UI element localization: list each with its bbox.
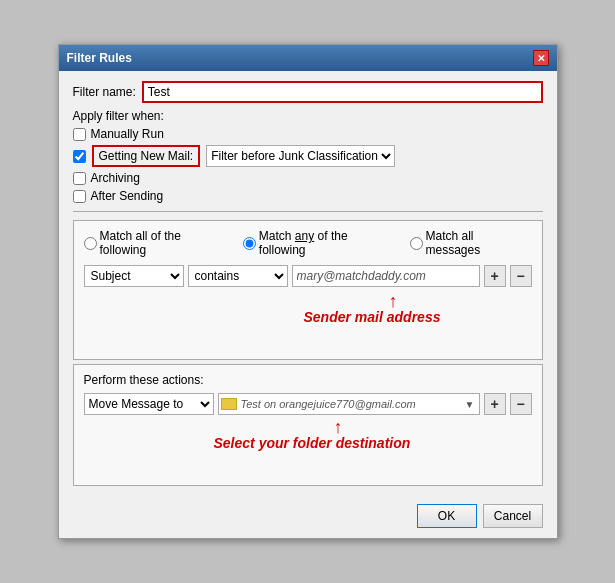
remove-condition-button[interactable]: − bbox=[510, 265, 532, 287]
remove-action-button[interactable]: − bbox=[510, 393, 532, 415]
match-messages-radio[interactable] bbox=[410, 237, 423, 250]
dialog-content: Filter name: Apply filter when: Manually… bbox=[59, 71, 557, 496]
filter-rules-dialog: Filter Rules ✕ Filter name: Apply filter… bbox=[58, 44, 558, 539]
action-select[interactable]: Move Message to Copy Message to Delete M… bbox=[84, 393, 214, 415]
folder-dropdown-arrow[interactable]: ▼ bbox=[463, 399, 477, 410]
manually-run-checkbox[interactable] bbox=[73, 128, 86, 141]
match-messages-text: Match all messages bbox=[426, 229, 532, 257]
filter-name-row: Filter name: bbox=[73, 81, 543, 103]
filter-name-label: Filter name: bbox=[73, 85, 136, 99]
match-any-label[interactable]: Match any of the following bbox=[243, 229, 398, 257]
title-bar: Filter Rules ✕ bbox=[59, 45, 557, 71]
actions-section-label: Perform these actions: bbox=[84, 373, 532, 387]
manually-run-row: Manually Run bbox=[73, 127, 543, 141]
annotation2-text: Select your folder destination bbox=[214, 435, 411, 451]
getting-new-mail-row: Getting New Mail: Filter before Junk Cla… bbox=[73, 145, 543, 167]
condition-value-input[interactable] bbox=[292, 265, 480, 287]
cancel-button[interactable]: Cancel bbox=[483, 504, 543, 528]
title-bar-controls: ✕ bbox=[533, 50, 549, 66]
after-sending-row: After Sending bbox=[73, 189, 543, 203]
actions-section: Perform these actions: Move Message to C… bbox=[73, 364, 543, 486]
folder-icon bbox=[221, 398, 237, 410]
match-messages-label[interactable]: Match all messages bbox=[410, 229, 532, 257]
separator1 bbox=[73, 211, 543, 212]
apply-filter-label: Apply filter when: bbox=[73, 109, 543, 123]
filter-condition-row: Subject From To Body contains doesn't co… bbox=[84, 265, 532, 287]
button-row: OK Cancel bbox=[59, 496, 557, 538]
match-options-row: Match all of the following Match any of … bbox=[84, 229, 532, 257]
field-select[interactable]: Subject From To Body bbox=[84, 265, 184, 287]
ok-button[interactable]: OK bbox=[417, 504, 477, 528]
getting-new-mail-label: Getting New Mail: bbox=[92, 145, 201, 167]
actions-row: Move Message to Copy Message to Delete M… bbox=[84, 393, 532, 415]
match-all-text: Match all of the following bbox=[100, 229, 231, 257]
match-all-radio[interactable] bbox=[84, 237, 97, 250]
after-sending-label: After Sending bbox=[91, 189, 164, 203]
add-condition-button[interactable]: + bbox=[484, 265, 506, 287]
match-any-radio[interactable] bbox=[243, 237, 256, 250]
annotation1-area: ↑ Sender mail address bbox=[84, 291, 532, 351]
junk-classification-select[interactable]: Filter before Junk Classification Filter… bbox=[206, 145, 395, 167]
archiving-label: Archiving bbox=[91, 171, 140, 185]
folder-select-container[interactable]: Test on orangejuice770@gmail.com ▼ bbox=[218, 393, 480, 415]
folder-name-text: Test on orangejuice770@gmail.com bbox=[241, 398, 463, 410]
annotation1-text: Sender mail address bbox=[304, 309, 441, 325]
add-action-button[interactable]: + bbox=[484, 393, 506, 415]
dialog-title: Filter Rules bbox=[67, 51, 132, 65]
conditions-section: Match all of the following Match any of … bbox=[73, 220, 543, 360]
filter-name-input[interactable] bbox=[142, 81, 543, 103]
archiving-row: Archiving bbox=[73, 171, 543, 185]
match-any-text: Match any of the following bbox=[259, 229, 398, 257]
after-sending-checkbox[interactable] bbox=[73, 190, 86, 203]
match-all-label[interactable]: Match all of the following bbox=[84, 229, 231, 257]
getting-new-mail-checkbox[interactable] bbox=[73, 150, 86, 163]
annotation2-area: ↑ Select your folder destination bbox=[84, 417, 532, 477]
close-button[interactable]: ✕ bbox=[533, 50, 549, 66]
manually-run-label: Manually Run bbox=[91, 127, 164, 141]
operator-select[interactable]: contains doesn't contain is isn't bbox=[188, 265, 288, 287]
archiving-checkbox[interactable] bbox=[73, 172, 86, 185]
